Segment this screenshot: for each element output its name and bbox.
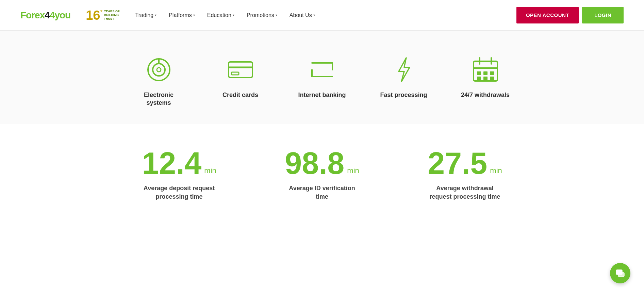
- logo-badge: 16* YEARS OF BUILDING TRUST: [86, 9, 119, 22]
- svg-rect-14: [477, 71, 481, 75]
- credit-card-icon: [225, 54, 256, 85]
- nav-education[interactable]: Education ▾: [202, 10, 240, 21]
- icon-item-credit-card[interactable]: Credit cards: [200, 48, 281, 106]
- badge-number: 16: [86, 9, 100, 22]
- nav-trading[interactable]: Trading ▾: [130, 10, 162, 21]
- stat-deposit-label: Average deposit requestprocessing time: [108, 184, 251, 201]
- header-buttons: OPEN ACCOUNT LOGIN: [516, 7, 624, 23]
- chevron-down-icon: ▾: [313, 13, 315, 17]
- stat-verification-label: Average ID verificationtime: [251, 184, 394, 201]
- nav-platforms[interactable]: Platforms ▾: [163, 10, 200, 21]
- nav-about-label: About Us: [290, 12, 312, 18]
- svg-rect-19: [490, 77, 494, 80]
- icons-section: Electronicsystems Credit cards Internet …: [0, 31, 644, 124]
- logo-you: 4you: [50, 10, 70, 20]
- nav-promotions[interactable]: Promotions ▾: [241, 10, 283, 21]
- withdrawals-label: 24/7 withdrawals: [461, 91, 510, 99]
- svg-rect-6: [231, 72, 239, 75]
- electronic-systems-label: Electronicsystems: [144, 91, 174, 107]
- icon-item-internet-banking[interactable]: Internet banking: [281, 48, 363, 106]
- svg-rect-16: [490, 71, 494, 75]
- internet-banking-icon: [307, 54, 337, 85]
- main-nav: Trading ▾ Platforms ▾ Education ▾ Promot…: [130, 10, 516, 21]
- logo-4: 4: [45, 10, 50, 20]
- stat-deposit: 12.4min Average deposit requestprocessin…: [108, 148, 251, 201]
- fast-processing-label: Fast processing: [380, 91, 427, 99]
- logo-divider: [78, 7, 78, 24]
- svg-marker-9: [399, 58, 410, 82]
- icon-item-electronic[interactable]: Electronicsystems: [118, 48, 200, 114]
- electronic-systems-icon: [144, 54, 174, 85]
- login-button[interactable]: LOGIN: [582, 7, 624, 23]
- header: Forex44you 16* YEARS OF BUILDING TRUST T…: [0, 0, 644, 31]
- logo-text[interactable]: Forex44you: [20, 10, 70, 21]
- stat-withdrawal-number: 27.5min: [428, 148, 502, 179]
- logo-forex: Forex: [20, 10, 45, 20]
- fast-processing-icon: [389, 54, 419, 85]
- open-account-button[interactable]: OPEN ACCOUNT: [516, 7, 579, 23]
- withdrawals-icon: [470, 54, 501, 85]
- stats-section: 12.4min Average deposit requestprocessin…: [0, 124, 644, 221]
- nav-education-label: Education: [207, 12, 231, 18]
- stat-verification-number: 98.8min: [285, 148, 359, 179]
- chevron-down-icon: ▾: [193, 13, 195, 17]
- stat-verification: 98.8min Average ID verificationtime: [251, 148, 394, 201]
- logo-area: Forex44you 16* YEARS OF BUILDING TRUST: [20, 7, 120, 24]
- stat-withdrawal-label: Average withdrawalrequest processing tim…: [394, 184, 536, 201]
- nav-about[interactable]: About Us ▾: [284, 10, 320, 21]
- chevron-down-icon: ▾: [276, 13, 277, 17]
- badge-text: YEARS OF BUILDING TRUST: [104, 10, 119, 20]
- icon-item-fast-processing[interactable]: Fast processing: [363, 48, 445, 106]
- icon-item-withdrawals[interactable]: 24/7 withdrawals: [445, 48, 526, 106]
- svg-point-2: [157, 68, 161, 72]
- nav-promotions-label: Promotions: [247, 12, 274, 18]
- svg-rect-15: [483, 71, 488, 75]
- svg-rect-17: [477, 77, 481, 80]
- internet-banking-label: Internet banking: [298, 91, 346, 99]
- stat-deposit-number: 12.4min: [142, 148, 216, 179]
- svg-point-1: [153, 64, 165, 76]
- stat-withdrawal: 27.5min Average withdrawalrequest proces…: [394, 148, 536, 201]
- chevron-down-icon: ▾: [155, 13, 156, 17]
- credit-cards-label: Credit cards: [222, 91, 258, 99]
- badge-star: *: [100, 9, 102, 16]
- chevron-down-icon: ▾: [233, 13, 234, 17]
- svg-rect-18: [483, 77, 488, 80]
- nav-platforms-label: Platforms: [169, 12, 192, 18]
- nav-trading-label: Trading: [135, 12, 154, 18]
